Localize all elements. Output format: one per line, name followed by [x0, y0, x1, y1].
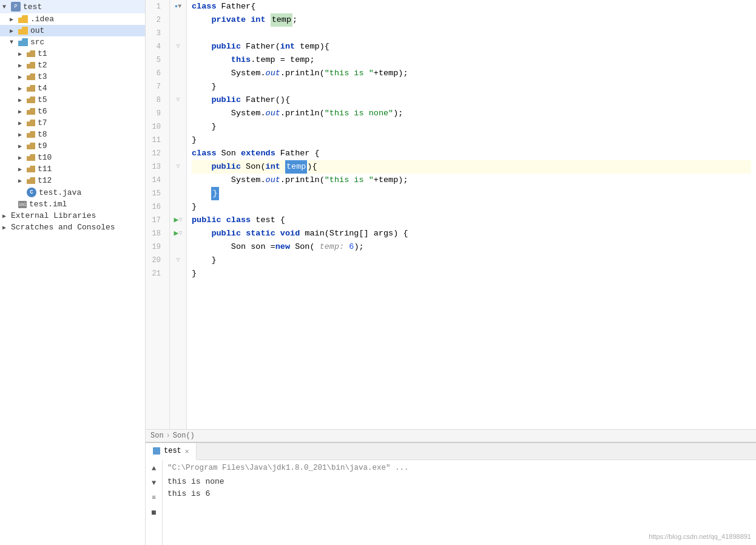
code-editor[interactable]: 1 2 3 4 5 6 7 8 9 10 11 12 13 14 15 16 1… — [146, 0, 756, 429]
sidebar-item-t3[interactable]: ▶t3 — [0, 71, 145, 83]
breadcrumb-item-1[interactable]: Son — [150, 432, 164, 440]
ln-15: 15 — [146, 187, 164, 200]
sidebar-item-scratches[interactable]: ▶ Scratches and Consoles — [0, 222, 145, 233]
out-folder-icon — [18, 27, 28, 35]
sidebar-item-t12[interactable]: ▶t12 — [0, 175, 145, 186]
t9-icon — [27, 143, 35, 149]
gc-13[interactable]: ▽ — [170, 160, 186, 174]
sidebar-item-t8[interactable]: ▶t8 — [0, 129, 145, 140]
ln-9: 9 — [146, 107, 164, 120]
tab-run-icon — [153, 447, 160, 455]
ln-5: 5 — [146, 53, 164, 67]
gc-7 — [170, 80, 186, 93]
sidebar-item-src[interactable]: ▼ src — [0, 36, 145, 48]
sidebar-item-out[interactable]: ▶ out — [0, 25, 145, 36]
ln-1: 1 — [146, 0, 164, 13]
code-line-11: } — [192, 134, 751, 147]
sidebar-root[interactable]: ▼ P test — [0, 0, 145, 13]
code-line-8: public Father(){ — [192, 93, 751, 107]
sidebar-item-out-label: out — [30, 26, 44, 35]
gc-1[interactable]: ●▼ — [170, 0, 186, 13]
gc-4[interactable]: ▽ — [170, 40, 186, 53]
tab-close-button[interactable]: ✕ — [185, 447, 189, 455]
gutter-column: ●▼ ▽ ▽ ▽ ▶▽ ▶▽ ▽ — [170, 0, 187, 429]
t6-arrow: ▶ — [18, 108, 27, 115]
sidebar-item-t10[interactable]: ▶t10 — [0, 152, 145, 163]
sidebar-item-t1[interactable]: ▶t1 — [0, 48, 145, 59]
gc-19 — [170, 240, 186, 254]
sidebar-item-t5[interactable]: ▶t5 — [0, 94, 145, 106]
sidebar-item-idea[interactable]: ▶ .idea — [0, 13, 145, 25]
gc-20[interactable]: ▽ — [170, 254, 186, 267]
gc-6 — [170, 67, 186, 80]
bottom-panel: test ✕ ▲ ▼ ≡ ⏹ "C:\Program Files\Java\jd… — [146, 442, 756, 545]
sidebar-item-t9[interactable]: ▶t9 — [0, 140, 145, 152]
sidebar: ▼ P test ▶ .idea ▶ out ▼ src ▶t1 ▶t2 ▶t3… — [0, 0, 146, 545]
t4-icon — [27, 85, 35, 92]
sidebar-item-t7[interactable]: ▶t7 — [0, 117, 145, 129]
t11-icon — [27, 166, 35, 172]
scroll-up-button[interactable]: ▲ — [148, 462, 160, 475]
code-line-13: public Son(int temp){ — [192, 160, 751, 174]
t2-icon — [27, 62, 35, 69]
bottom-left-icons: ▲ ▼ ≡ ⏹ — [146, 460, 163, 545]
src-folder-icon — [18, 38, 28, 46]
code-line-5: this.temp = temp; — [192, 53, 751, 67]
t3-icon — [27, 73, 35, 80]
breadcrumb-item-2[interactable]: Son() — [173, 432, 195, 440]
code-line-9: System.out.println("this is none"); — [192, 107, 751, 120]
gc-10 — [170, 120, 186, 134]
scroll-down-button[interactable]: ▼ — [148, 477, 160, 489]
code-line-7: } — [192, 80, 751, 93]
ln-17: 17 — [146, 214, 164, 227]
root-arrow: ▼ — [2, 4, 11, 10]
code-line-17: public class test { — [192, 214, 751, 227]
output-line-2: this is 6 — [167, 488, 751, 500]
testjava-icon: C — [27, 188, 36, 197]
breadcrumb: Son › Son() — [146, 429, 756, 442]
sidebar-item-testiml[interactable]: ▶ iml test.iml — [0, 198, 145, 210]
t11-arrow: ▶ — [18, 166, 27, 173]
code-line-1: class Father{ — [192, 0, 751, 13]
ln-16: 16 — [146, 200, 164, 214]
bottom-text-area: "C:\Program Files\Java\jdk1.8.0_201\bin\… — [163, 460, 756, 545]
gc-12 — [170, 147, 186, 160]
sidebar-item-t2[interactable]: ▶t2 — [0, 59, 145, 71]
t12-icon — [27, 177, 35, 184]
stop-button[interactable]: ⏹ — [148, 506, 160, 518]
gc-14 — [170, 174, 186, 187]
output-line-1: this is none — [167, 476, 751, 488]
line-numbers-column: 1 2 3 4 5 6 7 8 9 10 11 12 13 14 15 16 1… — [146, 0, 170, 429]
gc-8[interactable]: ▽ — [170, 93, 186, 107]
code-line-19: Son son =new Son( temp: 6); — [192, 240, 751, 254]
bottom-tab-test[interactable]: test ✕ — [146, 443, 197, 460]
t1-icon — [27, 50, 35, 57]
gc-9 — [170, 107, 186, 120]
wrap-button[interactable]: ≡ — [148, 492, 160, 504]
code-line-14: System.out.println("this is "+temp); — [192, 174, 751, 187]
ln-12: 12 — [146, 147, 164, 160]
sidebar-item-t4[interactable]: ▶t4 — [0, 83, 145, 94]
sidebar-item-external-libraries[interactable]: ▶ External Libraries — [0, 210, 145, 222]
scratches-arrow: ▶ — [2, 224, 11, 231]
gc-3 — [170, 27, 186, 40]
sidebar-item-testjava[interactable]: ▶ C test.java — [0, 186, 145, 198]
sidebar-item-t11[interactable]: ▶t11 — [0, 163, 145, 175]
t10-arrow: ▶ — [18, 154, 27, 161]
ln-3: 3 — [146, 27, 164, 40]
code-line-10: } — [192, 120, 751, 134]
main-container: ▼ P test ▶ .idea ▶ out ▼ src ▶t1 ▶t2 ▶t3… — [0, 0, 756, 545]
run-command: "C:\Program Files\Java\jdk1.8.0_201\bin\… — [167, 464, 751, 472]
gc-16 — [170, 200, 186, 214]
code-line-20: } — [192, 254, 751, 267]
code-content[interactable]: class Father{ private int temp; public F… — [187, 0, 756, 429]
ln-14: 14 — [146, 174, 164, 187]
gc-18[interactable]: ▶▽ — [170, 227, 186, 240]
sidebar-item-t6[interactable]: ▶t6 — [0, 106, 145, 117]
ln-21: 21 — [146, 267, 164, 280]
gc-17[interactable]: ▶▽ — [170, 214, 186, 227]
code-line-16: } — [192, 200, 751, 214]
code-line-2: private int temp; — [192, 13, 751, 27]
selected-brace: } — [211, 187, 218, 200]
csdn-watermark: https://blog.csdn.net/qq_41898891 — [649, 533, 751, 540]
